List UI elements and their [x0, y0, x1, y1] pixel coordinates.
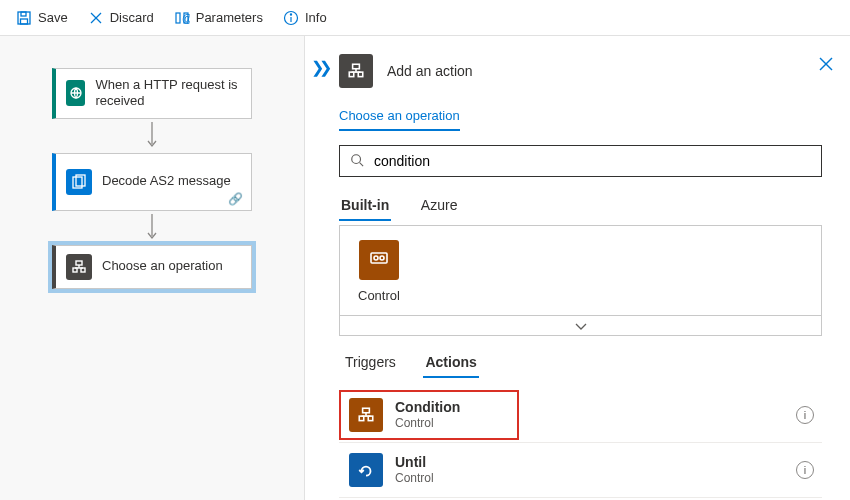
- discard-button[interactable]: Discard: [80, 6, 162, 30]
- svg-rect-16: [76, 261, 82, 265]
- svg-rect-2: [21, 19, 28, 24]
- save-label: Save: [38, 10, 68, 25]
- panel-title: Add an action: [387, 63, 473, 79]
- collapse-panel-button[interactable]: ❯❯: [311, 58, 327, 77]
- toolbar: Save Discard @ Parameters Info: [0, 0, 850, 36]
- action-name: Condition: [395, 399, 460, 416]
- discard-icon: [88, 10, 104, 26]
- svg-point-28: [352, 154, 361, 163]
- svg-point-31: [374, 256, 378, 260]
- svg-rect-19: [73, 268, 77, 272]
- action-condition[interactable]: Condition Control i: [339, 388, 822, 443]
- connector-control[interactable]: Control: [358, 240, 400, 303]
- save-button[interactable]: Save: [8, 6, 76, 30]
- action-info-icon[interactable]: i: [796, 461, 814, 479]
- trigger-title: When a HTTP request is received: [95, 77, 241, 110]
- actions-list: Condition Control i Until Control i: [339, 388, 822, 498]
- until-icon: [349, 453, 383, 487]
- svg-rect-27: [358, 72, 363, 77]
- svg-point-32: [380, 256, 384, 260]
- svg-rect-1: [21, 12, 26, 16]
- connector-control-label: Control: [358, 288, 400, 303]
- svg-rect-23: [353, 64, 360, 69]
- decode-title: Decode AS2 message: [102, 173, 231, 189]
- http-trigger-icon: [66, 80, 85, 106]
- parameters-icon: @: [174, 10, 190, 26]
- trigger-node[interactable]: When a HTTP request is received: [52, 68, 252, 119]
- svg-rect-37: [368, 416, 373, 421]
- operation-icon: [66, 254, 92, 280]
- action-panel: ❯❯ Add an action Choose an operation Bui…: [305, 36, 850, 500]
- svg-line-29: [360, 162, 364, 166]
- info-icon: [283, 10, 299, 26]
- flow-arrow: [145, 211, 159, 245]
- as2-icon: [66, 169, 92, 195]
- svg-rect-33: [363, 408, 370, 413]
- svg-rect-20: [81, 268, 85, 272]
- search-input[interactable]: [372, 152, 811, 170]
- scope-tab-azure[interactable]: Azure: [419, 193, 460, 219]
- choose-operation-node[interactable]: Choose an operation: [52, 245, 252, 289]
- close-panel-button[interactable]: [816, 54, 836, 77]
- save-icon: [16, 10, 32, 26]
- action-sub: Control: [395, 416, 460, 430]
- tab-choose-operation[interactable]: Choose an operation: [339, 102, 460, 131]
- flow-arrow: [145, 119, 159, 153]
- link-icon: 🔗: [228, 192, 243, 206]
- search-box[interactable]: [339, 145, 822, 177]
- decode-node[interactable]: Decode AS2 message 🔗: [52, 153, 252, 211]
- condition-icon: [349, 398, 383, 432]
- svg-point-10: [290, 13, 291, 14]
- panel-header-icon: [339, 54, 373, 88]
- parameters-label: Parameters: [196, 10, 263, 25]
- scope-tab-builtin[interactable]: Built-in: [339, 193, 391, 221]
- tab-actions[interactable]: Actions: [423, 348, 478, 378]
- svg-text:@: @: [182, 13, 190, 24]
- designer-canvas[interactable]: When a HTTP request is received Decode A…: [0, 36, 305, 500]
- info-label: Info: [305, 10, 327, 25]
- expand-connectors[interactable]: [340, 315, 821, 335]
- svg-rect-5: [176, 13, 180, 23]
- svg-rect-36: [359, 416, 364, 421]
- tab-triggers[interactable]: Triggers: [343, 348, 398, 376]
- info-button[interactable]: Info: [275, 6, 335, 30]
- action-name: Until: [395, 454, 434, 471]
- discard-label: Discard: [110, 10, 154, 25]
- search-icon: [350, 153, 364, 170]
- connector-picker: Control: [339, 225, 822, 336]
- svg-rect-0: [18, 12, 30, 24]
- svg-rect-26: [349, 72, 354, 77]
- choose-title: Choose an operation: [102, 258, 223, 274]
- control-connector-icon: [359, 240, 399, 280]
- action-info-icon[interactable]: i: [796, 406, 814, 424]
- action-sub: Control: [395, 471, 434, 485]
- parameters-button[interactable]: @ Parameters: [166, 6, 271, 30]
- action-until[interactable]: Until Control i: [339, 443, 822, 498]
